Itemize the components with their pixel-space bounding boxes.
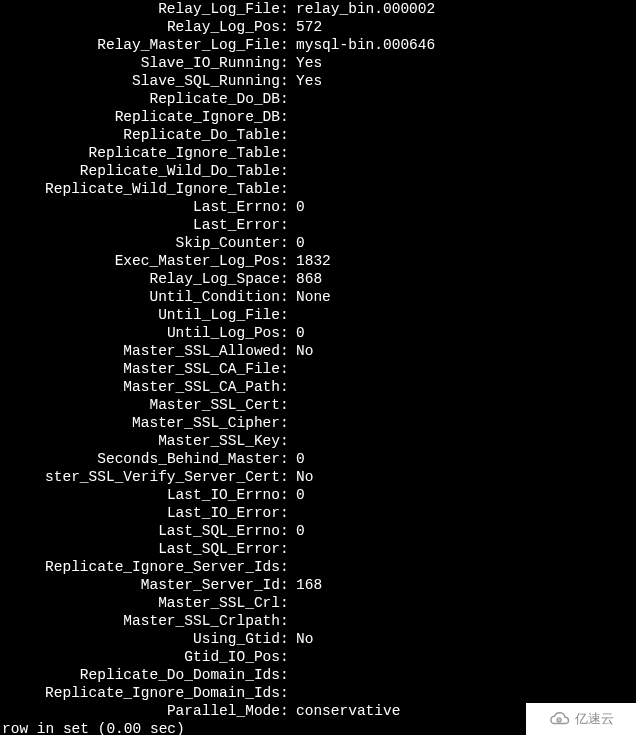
status-value: mysql-bin.000646 (290, 36, 435, 54)
status-label: Last_IO_Error (0, 504, 280, 522)
status-row: Seconds_Behind_Master:0 (0, 450, 636, 468)
status-label: Replicate_Ignore_Domain_Ids (0, 684, 280, 702)
status-label: Exec_Master_Log_Pos (0, 252, 280, 270)
colon-separator: : (280, 54, 290, 72)
status-row: Last_SQL_Errno:0 (0, 522, 636, 540)
status-label: Parallel_Mode (0, 702, 280, 720)
status-label: Last_Errno (0, 198, 280, 216)
status-label: Replicate_Ignore_Server_Ids (0, 558, 280, 576)
status-value: 868 (290, 270, 322, 288)
status-row: Master_SSL_Allowed:No (0, 342, 636, 360)
status-label: Gtid_IO_Pos (0, 648, 280, 666)
status-row: Until_Log_Pos:0 (0, 324, 636, 342)
status-value (290, 414, 296, 432)
status-row: Master_SSL_Cert: (0, 396, 636, 414)
colon-separator: : (280, 396, 290, 414)
status-row: Last_SQL_Error: (0, 540, 636, 558)
status-value: No (290, 468, 313, 486)
colon-separator: : (280, 72, 290, 90)
status-row: Replicate_Ignore_Table: (0, 144, 636, 162)
status-value: Yes (290, 54, 322, 72)
status-label: Master_SSL_Crl (0, 594, 280, 612)
colon-separator: : (280, 450, 290, 468)
colon-separator: : (280, 252, 290, 270)
terminal-output: Relay_Log_File:relay_bin.000002Relay_Log… (0, 0, 636, 735)
status-row: Skip_Counter:0 (0, 234, 636, 252)
status-label: Master_SSL_Allowed (0, 342, 280, 360)
status-value: 0 (290, 450, 305, 468)
watermark-text: 亿速云 (575, 710, 614, 728)
status-value: 0 (290, 522, 305, 540)
status-row: Until_Condition:None (0, 288, 636, 306)
status-value: 0 (290, 234, 305, 252)
status-label: Relay_Master_Log_File (0, 36, 280, 54)
status-value (290, 306, 296, 324)
status-value: 0 (290, 324, 305, 342)
colon-separator: : (280, 684, 290, 702)
status-row: Master_Server_Id:168 (0, 576, 636, 594)
colon-separator: : (280, 468, 290, 486)
status-row: ster_SSL_Verify_Server_Cert:No (0, 468, 636, 486)
status-value (290, 360, 296, 378)
status-label: Master_SSL_Key (0, 432, 280, 450)
colon-separator: : (280, 558, 290, 576)
status-row: Replicate_Ignore_Domain_Ids: (0, 684, 636, 702)
status-value (290, 612, 296, 630)
status-row: Until_Log_File: (0, 306, 636, 324)
svg-point-1 (558, 719, 560, 721)
status-value (290, 126, 296, 144)
status-row: Relay_Log_Pos:572 (0, 18, 636, 36)
status-label: Replicate_Wild_Do_Table (0, 162, 280, 180)
status-value (290, 216, 296, 234)
colon-separator: : (280, 648, 290, 666)
colon-separator: : (280, 198, 290, 216)
status-label: Until_Log_Pos (0, 324, 280, 342)
status-label: Last_IO_Errno (0, 486, 280, 504)
status-label: Replicate_Ignore_Table (0, 144, 280, 162)
colon-separator: : (280, 594, 290, 612)
status-label: Replicate_Wild_Ignore_Table (0, 180, 280, 198)
status-value (290, 558, 296, 576)
status-row: Last_IO_Errno:0 (0, 486, 636, 504)
colon-separator: : (280, 288, 290, 306)
status-row: Master_SSL_Key: (0, 432, 636, 450)
status-label: Using_Gtid (0, 630, 280, 648)
colon-separator: : (280, 0, 290, 18)
colon-separator: : (280, 90, 290, 108)
status-label: Replicate_Do_Table (0, 126, 280, 144)
status-row: Master_SSL_Crlpath: (0, 612, 636, 630)
status-row: Last_Errno:0 (0, 198, 636, 216)
colon-separator: : (280, 378, 290, 396)
status-value (290, 540, 296, 558)
status-label: Master_SSL_CA_Path (0, 378, 280, 396)
colon-separator: : (280, 144, 290, 162)
status-row: Replicate_Do_Table: (0, 126, 636, 144)
colon-separator: : (280, 414, 290, 432)
status-label: Master_SSL_CA_File (0, 360, 280, 378)
colon-separator: : (280, 612, 290, 630)
colon-separator: : (280, 432, 290, 450)
status-row: Replicate_Wild_Do_Table: (0, 162, 636, 180)
status-value (290, 180, 296, 198)
status-row: Relay_Master_Log_File:mysql-bin.000646 (0, 36, 636, 54)
colon-separator: : (280, 630, 290, 648)
status-label: Replicate_Do_DB (0, 90, 280, 108)
status-row: Slave_IO_Running:Yes (0, 54, 636, 72)
status-value (290, 396, 296, 414)
status-label: Master_SSL_Cert (0, 396, 280, 414)
status-row: Replicate_Ignore_DB: (0, 108, 636, 126)
colon-separator: : (280, 504, 290, 522)
colon-separator: : (280, 108, 290, 126)
status-row: Last_IO_Error: (0, 504, 636, 522)
status-row: Exec_Master_Log_Pos:1832 (0, 252, 636, 270)
status-value: 572 (290, 18, 322, 36)
status-row: Gtid_IO_Pos: (0, 648, 636, 666)
colon-separator: : (280, 306, 290, 324)
status-value (290, 108, 296, 126)
colon-separator: : (280, 324, 290, 342)
status-label: Skip_Counter (0, 234, 280, 252)
status-value (290, 504, 296, 522)
status-value: 0 (290, 486, 305, 504)
status-value: 1832 (290, 252, 331, 270)
status-row: Replicate_Ignore_Server_Ids: (0, 558, 636, 576)
